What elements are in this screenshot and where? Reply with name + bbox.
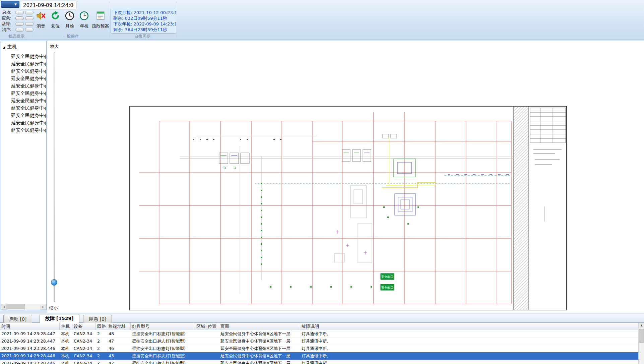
- cad-floorplan-drawing[interactable]: 安全出口 安全出口: [129, 106, 567, 310]
- cell: [206, 330, 219, 337]
- tab-fault[interactable]: 故障 [1529]: [40, 314, 79, 323]
- cell: 延安全民健身中心体育馆A区地下一层: [219, 338, 300, 345]
- cell: 2: [96, 345, 107, 352]
- cell: 灯具通讯中断。: [300, 330, 638, 337]
- app-menu-button[interactable]: ▼: [1, 1, 19, 8]
- cell: 46: [107, 345, 131, 352]
- scrollbar-thumb[interactable]: [7, 304, 25, 309]
- col-header-position[interactable]: 位置: [206, 323, 219, 330]
- status-indicator-lamp: [25, 16, 34, 20]
- tree-item-page[interactable]: 延安全民健身中心体育馆: [11, 126, 46, 134]
- cell: 47: [107, 338, 131, 345]
- table-row[interactable]: 2021-09-09 14:23:28.446 本机 CAN2-34 2 46 …: [0, 345, 638, 352]
- col-header-terminal[interactable]: 终端地址: [107, 323, 131, 330]
- cell: 48: [107, 330, 131, 337]
- tree-item-page[interactable]: 延安全民健身中心体育馆: [11, 53, 46, 60]
- cell: 灯具通讯中断。: [300, 360, 638, 364]
- scrollbar-track[interactable]: [7, 304, 41, 310]
- evacuation-plan-icon: [95, 11, 106, 21]
- mute-speaker-icon: [36, 11, 46, 21]
- evacuation-plan-button[interactable]: 疏散预案: [91, 9, 110, 33]
- exit-sign-label: 安全出口: [381, 286, 393, 289]
- tab-emergency[interactable]: 应急 [0]: [83, 315, 112, 323]
- zoom-out-button[interactable]: 缩小: [49, 305, 58, 311]
- cell: 壁挂安全出口标志灯(智能型): [131, 330, 195, 337]
- zoom-slider[interactable]: [54, 52, 55, 302]
- cell: CAN2-34: [72, 360, 96, 364]
- monthly-check-button[interactable]: 月检: [63, 9, 76, 33]
- col-header-host[interactable]: 主机: [60, 323, 72, 330]
- tab-start[interactable]: 启动 [0]: [3, 315, 32, 323]
- cell: [195, 360, 206, 364]
- monthly-remaining: 剩余: 032日09时59分11秒: [113, 15, 174, 21]
- chevron-down-icon: ▼: [14, 3, 17, 6]
- cell: 2: [96, 338, 107, 345]
- col-header-page[interactable]: 页面: [219, 323, 300, 330]
- cell: 延安全民健身中心体育馆A区地下一层: [219, 352, 300, 359]
- col-header-device[interactable]: 设备: [72, 323, 96, 330]
- scrollbar-thumb[interactable]: [639, 329, 644, 343]
- scroll-left-icon[interactable]: ◄: [1, 304, 7, 310]
- col-header-time[interactable]: 时间: [0, 323, 60, 330]
- cell: 延安全民健身中心体育馆A区地下一层: [219, 330, 300, 337]
- table-row-selected[interactable]: 2021-09-09 14:23:28.446 本机 CAN2-34 2 43 …: [0, 352, 638, 360]
- cell: 灯具通讯中断。: [300, 338, 638, 345]
- cell: 壁挂安全出口标志灯(智能型): [131, 360, 195, 364]
- status-label: 启动:: [2, 10, 15, 15]
- table-row[interactable]: 2021-09-09 14:23:28.447 本机 CAN2-34 2 47 …: [0, 338, 638, 345]
- datetime-display[interactable]: [21, 1, 76, 9]
- event-log-panel: 启动 [0] 故障 [1529] 应急 [0] 时间 主机 设备 回路 终端地址…: [0, 313, 644, 364]
- cell: 2: [96, 352, 107, 359]
- tree-item-page[interactable]: 延安全民健身中心体育馆: [11, 104, 46, 112]
- floorplan-canvas[interactable]: 放大 缩小: [47, 41, 644, 313]
- tree-item-page[interactable]: 延安全民健身中心体育馆: [11, 60, 46, 67]
- cell: 2: [96, 330, 107, 337]
- status-label: 消声:: [2, 27, 15, 33]
- application-window: ▼ 启动: 应急: 故障: 消声:: [0, 0, 644, 364]
- tree-expand-icon[interactable]: ◢: [3, 45, 5, 49]
- group-separator: [33, 2, 33, 37]
- button-label: 复位: [51, 23, 60, 29]
- zoom-in-button[interactable]: 放大: [50, 44, 59, 50]
- col-header-fault[interactable]: 故障说明: [300, 323, 638, 330]
- scroll-right-icon[interactable]: ►: [41, 304, 46, 310]
- col-header-circuit[interactable]: 回路: [96, 323, 107, 330]
- tree-item-page[interactable]: 延安全民健身中心体育馆: [11, 67, 46, 75]
- scroll-up-icon[interactable]: ▲: [639, 323, 644, 328]
- button-label: 疏散预案: [92, 23, 109, 29]
- status-row-mute: 消声:: [2, 27, 35, 32]
- tree-root-label: 主机: [7, 44, 17, 50]
- cell: [206, 352, 219, 359]
- annual-remaining: 剩余: 364日23时59分11秒: [113, 27, 174, 33]
- tree-item-page[interactable]: 延安全民健身中心体育馆: [11, 82, 46, 89]
- cell: [195, 345, 206, 352]
- col-header-area[interactable]: 区域: [195, 323, 206, 330]
- event-tabs: 启动 [0] 故障 [1529] 应急 [0]: [0, 313, 644, 323]
- cell: 本机: [60, 330, 72, 337]
- table-vertical-scrollbar[interactable]: ▲: [638, 323, 644, 364]
- zoom-slider-knob[interactable]: [51, 279, 57, 286]
- group-label-status: 状态提示: [0, 34, 33, 39]
- cell: CAN2-34: [72, 352, 96, 359]
- tree-root-node[interactable]: ◢ 主机: [3, 44, 17, 50]
- mute-button[interactable]: 消音: [34, 9, 48, 33]
- table-header-row: 时间 主机 设备 回路 终端地址 灯具型号 区域 位置 页面 故障说明: [0, 323, 638, 330]
- cell: 2: [96, 360, 107, 364]
- tree-item-page[interactable]: 延安全民健身中心体育馆: [11, 97, 46, 104]
- tree-item-page[interactable]: 延安全民健身中心体育馆: [11, 89, 46, 97]
- tree-item-page[interactable]: 延安全民健身中心体育馆: [11, 75, 46, 82]
- tree-item-page[interactable]: 延安全民健身中心体育馆: [11, 112, 46, 119]
- reset-button[interactable]: 复位: [49, 9, 62, 33]
- status-indicator-lamp: [15, 16, 24, 20]
- tree-horizontal-scrollbar[interactable]: ◄ ►: [1, 304, 46, 310]
- next-monthly-check: 下次月检: 2021-10-12 00:23:17: [113, 10, 174, 15]
- status-label: 应急:: [2, 15, 15, 21]
- tree-item-page[interactable]: 延安全民健身中心体育馆: [11, 119, 46, 126]
- annual-check-clock-icon: [79, 11, 89, 21]
- col-header-model[interactable]: 灯具型号: [131, 323, 195, 330]
- table-row[interactable]: 2021-09-09 14:23:28.447 本机 CAN2-34 2 48 …: [0, 330, 638, 338]
- cell: 壁挂安全出口标志灯(智能型): [131, 345, 195, 352]
- table-row[interactable]: 2021-09-09 14:23:28.446 本机 CAN2-34 2 42 …: [0, 360, 638, 364]
- annual-check-button[interactable]: 年检: [77, 9, 91, 33]
- status-indicator-lamp: [15, 22, 24, 26]
